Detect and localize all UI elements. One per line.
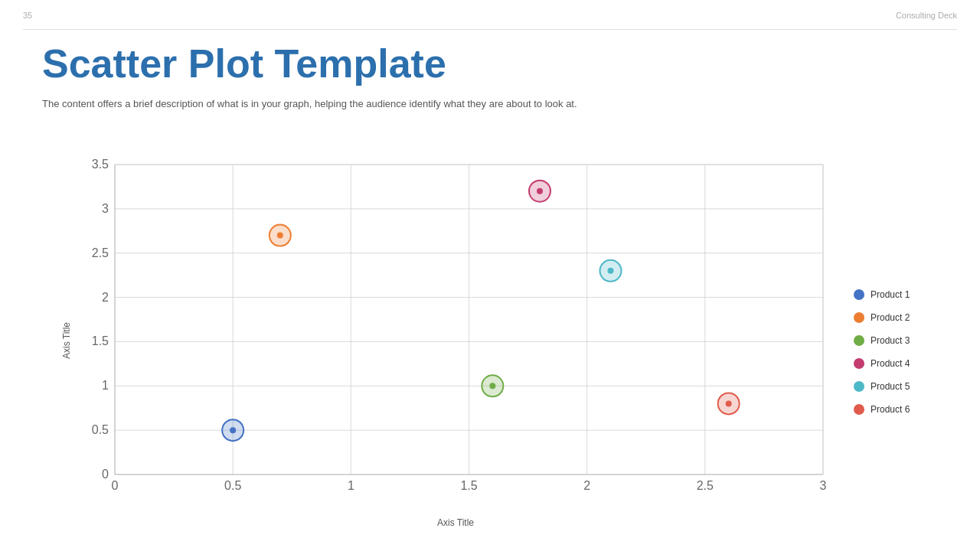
x-axis-title: Axis Title [73, 517, 838, 528]
legend-label: Product 1 [871, 289, 910, 300]
legend-label: Product 5 [871, 381, 910, 392]
legend-dot [854, 312, 864, 323]
svg-point-41 [608, 268, 614, 274]
svg-text:2.5: 2.5 [697, 479, 714, 492]
legend-dot [854, 335, 864, 346]
svg-point-35 [277, 233, 283, 239]
top-bar: 35 Consulting Deck [0, 0, 980, 31]
svg-text:0: 0 [112, 479, 119, 492]
top-divider [23, 29, 957, 30]
svg-text:0.5: 0.5 [92, 423, 109, 436]
slide-subtitle: The content offers a brief description o… [42, 96, 938, 112]
legend-item: Product 3 [854, 335, 938, 346]
legend-dot [854, 381, 864, 392]
svg-text:2: 2 [102, 291, 109, 304]
svg-text:0.5: 0.5 [224, 479, 241, 492]
legend-item: Product 5 [854, 381, 938, 392]
svg-point-39 [537, 188, 543, 194]
title-area: Scatter Plot Template The content offers… [42, 42, 938, 112]
chart-container: Axis Title 00.511.522.5300.511.522.533.5… [42, 153, 938, 528]
svg-text:1: 1 [102, 379, 109, 392]
legend-item: Product 1 [854, 289, 938, 300]
svg-point-33 [230, 427, 236, 433]
chart-main: Axis Title 00.511.522.5300.511.522.533.5… [42, 153, 838, 528]
legend-label: Product 6 [871, 404, 910, 415]
y-axis-title: Axis Title [61, 322, 72, 359]
legend-dot [854, 289, 864, 300]
legend-item: Product 2 [854, 312, 938, 323]
slide-number: 35 [23, 11, 32, 20]
legend-label: Product 4 [871, 358, 910, 369]
chart-legend: Product 1Product 2Product 3Product 4Prod… [838, 153, 938, 528]
legend-item: Product 4 [854, 358, 938, 369]
svg-text:3: 3 [820, 479, 827, 492]
legend-dot [854, 358, 864, 369]
legend-label: Product 3 [871, 335, 910, 346]
scatter-plot: 00.511.522.5300.511.522.533.5 [73, 153, 838, 497]
legend-label: Product 2 [871, 312, 910, 323]
legend-dot [854, 404, 864, 415]
svg-text:1: 1 [348, 479, 354, 492]
svg-point-43 [726, 400, 732, 406]
slide-title: Scatter Plot Template [42, 42, 938, 86]
svg-text:2.5: 2.5 [92, 246, 109, 259]
deck-name: Consulting Deck [896, 11, 957, 20]
slide: 35 Consulting Deck Scatter Plot Template… [0, 0, 980, 551]
svg-text:3: 3 [102, 202, 109, 215]
svg-text:1.5: 1.5 [460, 479, 477, 492]
svg-text:2: 2 [583, 479, 590, 492]
svg-point-37 [489, 383, 495, 389]
svg-text:0: 0 [102, 468, 109, 481]
legend-item: Product 6 [854, 404, 938, 415]
svg-text:3.5: 3.5 [92, 158, 109, 171]
svg-text:1.5: 1.5 [92, 334, 109, 347]
